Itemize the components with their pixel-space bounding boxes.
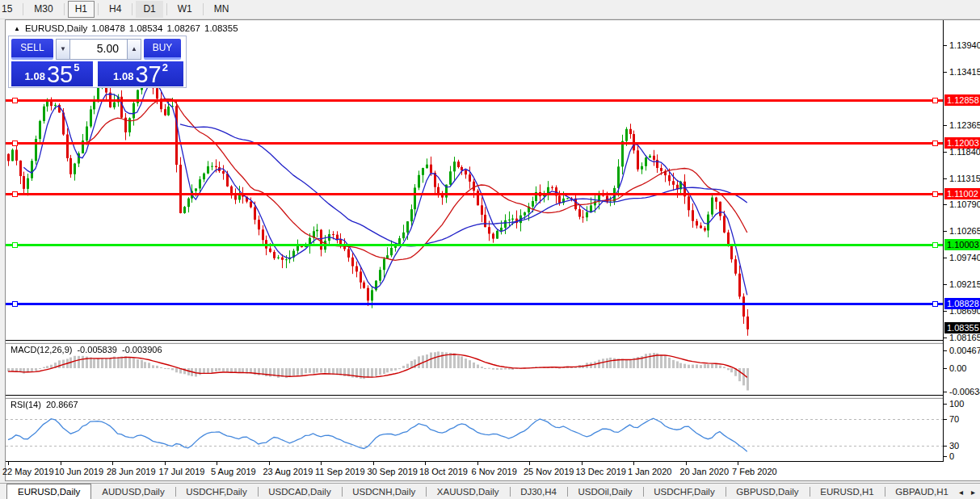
macd-signal-value: -0.003906 [122,345,162,354]
macd-axis-label: -0.00634 [949,387,980,396]
pane-splitter[interactable] [6,341,980,344]
volume-increase-button[interactable]: ▲ [127,39,141,60]
price-line-tag: 1.08828 [944,298,980,309]
date-axis-tick [425,462,426,465]
rsi-value: 20.8667 [46,400,78,409]
chart-tab-eurusd-h1[interactable]: EURUSD,H1 [810,484,884,499]
mt4-application: 15M30H1H4D1W1MN ▲EURUSD,Daily1.084781.08… [0,0,980,499]
buy-price-quote[interactable]: 1.08 37 2 [98,61,183,86]
buy-button[interactable]: BUY [144,39,181,60]
price-axis-tick [944,284,947,285]
chart-tab-eurusd-daily[interactable]: EURUSD,Daily [6,484,91,499]
price-line-tag: 1.11002 [944,188,980,199]
timeframe-button-h1[interactable]: H1 [68,1,95,18]
pane-splitter[interactable] [6,396,980,399]
date-axis-label: 25 Nov 2019 [524,467,574,476]
volume-decrease-button[interactable]: ▼ [56,39,70,60]
date-axis[interactable]: 22 May 201910 Jun 201928 Jun 201917 Jul … [6,462,980,480]
chart-tab-audusd-daily[interactable]: AUDUSD,Daily [91,484,175,499]
toolbar-separator [98,3,99,15]
ohlc-low: 1.08267 [166,23,200,33]
date-axis-label: 23 Aug 2019 [263,467,313,476]
rsi-axis-tick [944,404,947,405]
rsi-name: RSI(14) [11,400,41,409]
rsi-axis-label: 100 [949,399,964,409]
sell-price-quote[interactable]: 1.08 35 5 [11,61,93,86]
chart-tab-gbpusd-daily[interactable]: GBPUSD,Daily [726,484,809,499]
date-axis-tick [217,462,217,465]
chart-tab-usdchf-daily[interactable]: USDCHF,Daily [643,484,725,499]
rsi-axis-label: 30 [949,441,959,451]
price-axis-tick [944,311,947,312]
chart-tab-gbpaud-h1[interactable]: GBPAUD,H1 [885,484,959,499]
toolbar-separator [166,3,167,15]
date-axis-tick [738,462,738,465]
date-axis-tick [633,462,634,465]
date-axis-label: 18 Oct 2019 [419,467,468,476]
tab-scroll-arrows: ◂▸ [959,488,975,497]
timeframe-button-m30[interactable]: M30 [27,1,60,18]
price-axis-label: 1.13940 [949,40,980,50]
sell-price-prefix: 1.08 [25,70,45,82]
chart-window: ▲EURUSD,Daily1.084781.085341.082671.0835… [5,19,980,481]
ohlc-high: 1.08534 [129,23,163,33]
macd-main-value: -0.005839 [77,345,117,354]
volume-input[interactable]: 5.00 [70,39,127,60]
ohlc-close: 1.08355 [204,23,238,33]
chart-symbol-label: EURUSD,Daily [25,23,87,33]
one-click-trading-panel: SELL ▼ 5.00 ▲ BUY 1.08 35 5 1.08 37 2 [8,36,187,88]
rsi-axis-tick [944,456,947,457]
date-axis-tick [529,462,530,465]
price-axis-tick [944,152,947,153]
timeframe-button-h4[interactable]: H4 [102,1,128,18]
price-line-tag: 1.12858 [944,94,980,106]
date-axis-tick [61,462,61,465]
toolbar-separator [64,3,65,15]
price-axis-tick [944,178,947,179]
rsi-pane-canvas[interactable] [6,398,943,461]
chart-tab-usdcad-daily[interactable]: USDCAD,Daily [258,484,341,499]
price-axis-tick [944,338,947,338]
price-axis-label: 1.10790 [949,199,980,209]
price-axis-label: 1.10265 [949,226,980,236]
buy-price-pip: 2 [162,61,168,73]
date-axis-tick [321,462,322,465]
sell-button[interactable]: SELL [11,39,53,60]
date-axis-tick [477,462,478,465]
rsi-axis-tick [944,446,947,447]
date-axis-tick [582,462,583,465]
buy-price-prefix: 1.08 [113,70,133,82]
rsi-axis-label: 70 [949,414,959,424]
macd-axis-tick [944,368,947,369]
collapse-panel-icon[interactable]: ▲ [14,25,20,32]
date-axis-label: 5 Aug 2019 [211,467,256,476]
price-axis-tick [944,204,947,205]
ohlc-open: 1.08478 [91,23,125,33]
timeframe-button-15[interactable]: 15 [0,1,19,18]
date-axis-tick [165,462,166,465]
price-axis-label: 1.08165 [949,333,980,342]
chart-tab-dj30-h4[interactable]: DJ30,H4 [510,484,567,499]
date-axis-label: 28 Jun 2019 [107,467,156,476]
timeframe-button-d1[interactable]: D1 [136,1,162,18]
tab-scroll-right-icon[interactable]: ▸ [971,488,975,497]
price-axis-label: 1.12365 [949,120,980,130]
sell-price-pip: 5 [74,61,79,73]
date-axis-tick [8,462,9,465]
chart-tab-usdchf-daily[interactable]: USDCHF,Daily [175,484,257,499]
price-axis-tick [944,231,947,232]
date-axis-tick [686,462,687,465]
date-axis-label: 11 Sep 2019 [315,467,365,476]
macd-label: MACD(12,26,9)-0.005839-0.003906 [11,345,167,354]
timeframe-button-mn[interactable]: MN [207,1,237,18]
chart-tab-usdcnh-daily[interactable]: USDCNH,Daily [342,484,426,499]
price-axis-tick [944,125,947,126]
price-axis[interactable]: 1.139401.134151.123651.118401.113151.107… [944,20,980,461]
price-line-tag: 1.10003 [944,239,980,250]
chart-tab-xauusd-daily[interactable]: XAUUSD,Daily [427,484,510,499]
timeframe-button-w1[interactable]: W1 [170,1,200,18]
date-axis-label: 13 Dec 2019 [576,467,626,476]
tab-scroll-left-icon[interactable]: ◂ [959,488,963,497]
trade-controls-row: SELL ▼ 5.00 ▲ BUY [11,39,181,60]
chart-tab-usdoil-daily[interactable]: USDOil,Daily [568,484,643,499]
